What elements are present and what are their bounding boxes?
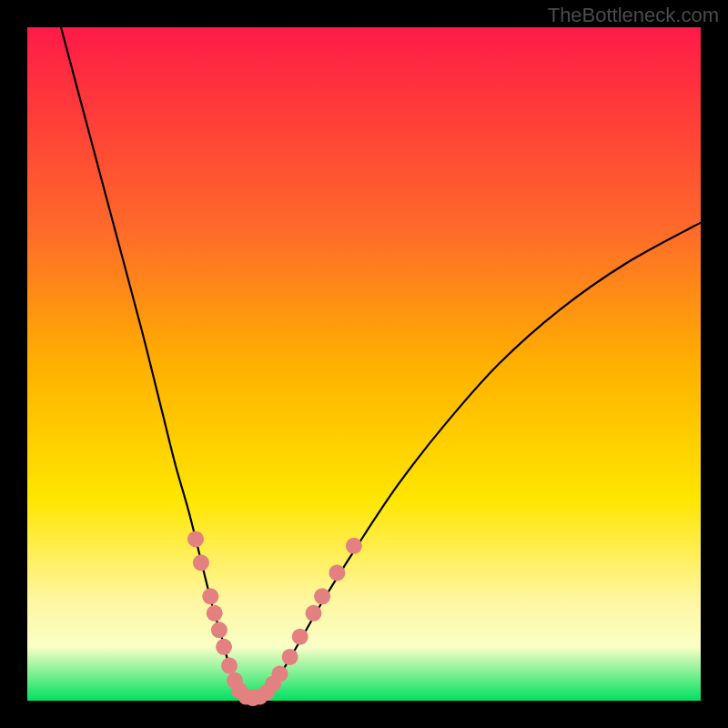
marker-dot xyxy=(272,665,288,682)
marker-dot xyxy=(211,622,228,638)
marker-dot xyxy=(292,629,308,645)
plot-area xyxy=(27,27,701,701)
chart-frame: TheBottleneck.com xyxy=(0,0,728,728)
marker-dot xyxy=(216,639,232,655)
marker-dot xyxy=(193,554,209,571)
bottleneck-curve xyxy=(61,27,701,699)
marker-dot xyxy=(306,605,322,622)
marker-dot xyxy=(187,531,204,547)
marker-dot xyxy=(207,605,223,622)
curve-layer xyxy=(27,27,701,701)
watermark-text: TheBottleneck.com xyxy=(548,4,719,27)
marker-dot xyxy=(282,649,298,665)
marker-dot xyxy=(314,588,330,604)
marker-dot xyxy=(346,538,362,554)
marker-dot xyxy=(329,564,345,581)
marker-dot xyxy=(221,658,238,674)
marker-dot xyxy=(202,588,218,604)
marker-group xyxy=(187,531,362,706)
